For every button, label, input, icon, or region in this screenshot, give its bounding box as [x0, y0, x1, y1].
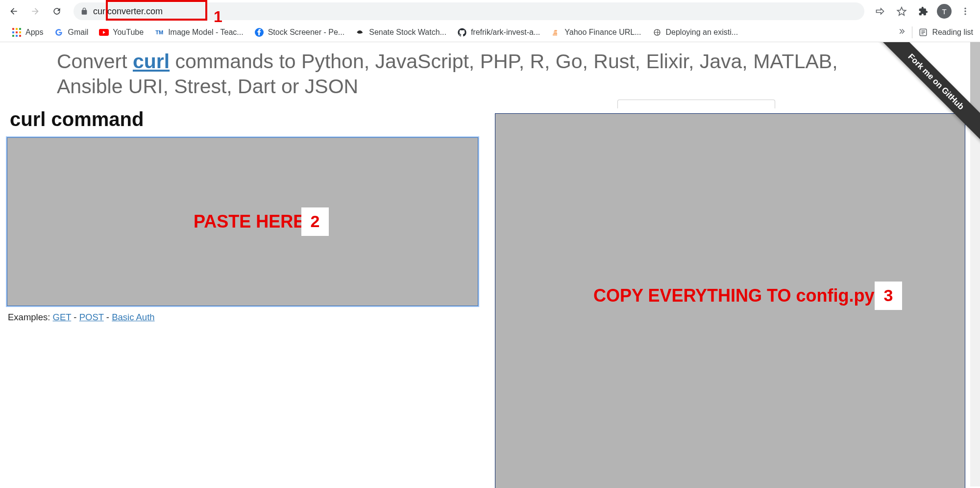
curl-link[interactable]: curl	[133, 50, 170, 73]
extensions-icon[interactable]	[915, 3, 931, 19]
github-ribbon-link[interactable]: Fork me on GitHub	[870, 42, 980, 148]
examples-label: Examples:	[8, 312, 53, 322]
bookmark-label: Deploying an existi...	[666, 28, 738, 37]
bookmarks-bar: Apps Gmail YouTube TM Image Model - Teac…	[0, 23, 980, 42]
bookmark-stock-screener[interactable]: Stock Screener - Pe...	[249, 26, 350, 39]
google-icon	[54, 27, 64, 37]
annotation-number-2: 2	[301, 207, 329, 236]
reading-list-label: Reading list	[932, 28, 973, 37]
headline-suffix: commands to Python, JavaScript, PHP, R, …	[57, 50, 838, 98]
bookmark-gmail[interactable]: Gmail	[49, 26, 93, 39]
reading-list-button[interactable]: Reading list	[918, 27, 973, 37]
ribbon-text: Fork me on GitHub	[906, 52, 966, 112]
svg-rect-8	[19, 31, 21, 33]
tm-icon: TM	[154, 27, 164, 37]
deploy-icon	[652, 27, 662, 37]
example-post[interactable]: POST	[79, 312, 104, 322]
page-headline: Convert curl commands to Python, JavaScr…	[57, 49, 890, 100]
bookmark-label: Gmail	[68, 28, 88, 37]
facebook-icon	[254, 27, 264, 37]
eagle-icon	[355, 27, 365, 37]
apps-icon	[12, 27, 22, 37]
page-content: Fork me on GitHub Convert curl commands …	[0, 42, 980, 488]
examples-line: Examples: GET - POST - Basic Auth	[8, 312, 482, 323]
bookmark-senate-stock[interactable]: Senate Stock Watch...	[350, 26, 451, 39]
annotation-copy-everything: COPY EVERYTHING TO config.py	[593, 285, 874, 306]
svg-rect-6	[12, 31, 14, 33]
forward-button	[26, 2, 44, 20]
example-get[interactable]: GET	[53, 312, 72, 322]
language-tabs[interactable]	[617, 100, 775, 108]
menu-icon[interactable]	[957, 3, 973, 19]
bookmark-yahoo[interactable]: Yahoo Finance URL...	[546, 26, 646, 39]
bookmark-deploying[interactable]: Deploying an existi...	[647, 26, 743, 39]
lock-icon	[80, 7, 88, 15]
toolbar-right: T	[872, 3, 975, 19]
annotation-number-1: 1	[214, 8, 222, 26]
back-button[interactable]	[5, 2, 23, 20]
youtube-icon	[99, 27, 109, 37]
bookmark-github-ark[interactable]: frefrik/ark-invest-a...	[452, 26, 545, 39]
bookmark-label: Apps	[25, 28, 43, 37]
annotation-number-3: 3	[875, 282, 902, 310]
bookmark-apps[interactable]: Apps	[7, 26, 48, 39]
svg-rect-5	[19, 28, 21, 30]
svg-rect-10	[16, 35, 18, 37]
bookmark-label: Image Model - Teac...	[168, 28, 244, 37]
bookmark-label: Senate Stock Watch...	[369, 28, 446, 37]
example-basic-auth[interactable]: Basic Auth	[112, 312, 154, 322]
bookmark-label: Yahoo Finance URL...	[564, 28, 641, 37]
github-icon	[457, 27, 467, 37]
bookmark-label: Stock Screener - Pe...	[268, 28, 345, 37]
share-icon[interactable]	[872, 3, 888, 19]
svg-rect-9	[12, 35, 14, 37]
curl-input-textarea[interactable]: PASTE HERE 2	[7, 137, 478, 306]
svg-point-0	[964, 8, 966, 9]
bookmark-label: frefrik/ark-invest-a...	[471, 28, 540, 37]
reload-button[interactable]	[48, 2, 66, 20]
nav-row: curlconverter.com T 1	[0, 0, 980, 23]
svg-rect-3	[12, 28, 14, 30]
star-icon[interactable]	[894, 3, 909, 19]
svg-point-2	[964, 13, 966, 15]
stack-icon	[551, 27, 561, 37]
browser-chrome: curlconverter.com T 1	[0, 0, 980, 42]
github-ribbon: Fork me on GitHub	[862, 42, 980, 160]
svg-rect-7	[16, 31, 18, 33]
output-code-box[interactable]: COPY EVERYTHING TO config.py 3	[495, 113, 965, 488]
annotation-box-1	[106, 0, 207, 21]
reading-list-icon	[918, 27, 928, 37]
profile-avatar[interactable]: T	[937, 4, 952, 19]
bookmark-image-model[interactable]: TM Image Model - Teac...	[149, 26, 248, 39]
avatar-letter: T	[942, 7, 946, 16]
svg-rect-4	[16, 28, 18, 30]
bookmarks-overflow-icon[interactable]	[897, 27, 906, 38]
headline-prefix: Convert	[57, 50, 133, 73]
svg-rect-11	[19, 35, 21, 37]
section-title: curl command	[10, 108, 482, 130]
svg-point-1	[964, 10, 966, 12]
annotation-paste-here: PASTE HERE	[194, 211, 305, 232]
bookmark-label: YouTube	[113, 28, 144, 37]
bookmark-youtube[interactable]: YouTube	[94, 26, 148, 39]
